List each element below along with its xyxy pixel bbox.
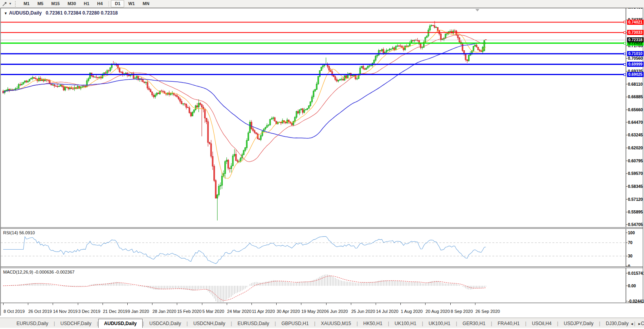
chart-title: ▼AUDUSD,Daily0.72361 0.72384 0.72280 0.7… xyxy=(4,10,118,16)
chart-ohlc-values: 0.72361 0.72384 0.72280 0.72318 xyxy=(46,10,118,16)
chart-tab-usoil-h4[interactable]: USOil,H4 xyxy=(527,320,557,328)
svg-text:70: 70 xyxy=(628,240,633,245)
time-tick xyxy=(177,303,177,305)
svg-text:0.75460: 0.75460 xyxy=(628,8,643,9)
date-label: 20 Aug 2020 xyxy=(426,309,450,314)
chart-tab-audusd-daily[interactable]: AUDUSD,Daily xyxy=(98,319,143,328)
svg-text:0.55895: 0.55895 xyxy=(628,210,643,214)
date-label: 24 Mar 2020 xyxy=(227,309,251,314)
chart-tab-usdcad-daily[interactable]: USDCAD,Daily xyxy=(144,320,187,328)
toolbar-dropdown-caret-icon[interactable]: ▼ xyxy=(9,2,12,6)
timeframe-button-m5[interactable]: M5 xyxy=(33,0,47,7)
date-label: 9 Jan 2020 xyxy=(128,309,149,314)
date-label: 26 Oct 2019 xyxy=(28,309,52,314)
chart-tab-eurusd-daily[interactable]: EURUSD,Daily xyxy=(11,320,54,328)
date-label: 11 Apr 2020 xyxy=(252,309,275,314)
svg-text:0.54705: 0.54705 xyxy=(628,222,643,227)
chart-tab-hk50-h1[interactable]: HK50,H1 xyxy=(358,320,388,328)
chart-tab-fra40-h1[interactable]: FRA40,H1 xyxy=(492,320,525,328)
price-tag-0.69999: 0.69999 xyxy=(627,62,644,67)
time-tick xyxy=(276,303,277,305)
svg-text:0.68110: 0.68110 xyxy=(628,82,643,86)
chart-tab-usdcnh-daily[interactable]: USDCNH,Daily xyxy=(188,320,231,328)
svg-text:0.65660: 0.65660 xyxy=(628,107,643,112)
chart-tab-ger30-h1[interactable]: GER30,H1 xyxy=(457,320,491,328)
panel-separator[interactable] xyxy=(1,267,643,268)
toolbar-drag-handle[interactable] xyxy=(15,1,18,7)
price-tag-0.73033: 0.73033 xyxy=(627,30,644,35)
tab-scroll-arrows[interactable]: ◄ ► xyxy=(630,322,643,326)
time-tick xyxy=(450,303,451,305)
time-tick xyxy=(400,303,401,305)
time-tick xyxy=(251,303,252,305)
time-tick xyxy=(326,303,327,305)
timeframe-button-h4[interactable]: H4 xyxy=(93,0,106,7)
date-label: 15 Feb 2020 xyxy=(177,309,202,314)
svg-text:0.62020: 0.62020 xyxy=(628,145,643,150)
rsi-panel[interactable]: 10070300 xyxy=(1,229,644,267)
chart-tab-xauusd-m15[interactable]: XAUUSD,M15 xyxy=(316,320,357,328)
svg-text:0.59570: 0.59570 xyxy=(628,171,643,176)
date-label: 3 Dec 2019 xyxy=(78,309,100,314)
chart-window[interactable]: ▼AUDUSD,Daily0.72361 0.72384 0.72280 0.7… xyxy=(0,8,643,316)
time-tick xyxy=(301,303,301,305)
chart-tab-usdjpy-daily[interactable]: USDJPY,Daily xyxy=(558,320,599,328)
date-label: 6 Jun 2020 xyxy=(327,309,348,314)
price-tag-0.69025: 0.69025 xyxy=(627,72,644,77)
top-toolbar: ▼ M1M5M15M30H1H4D1W1MN xyxy=(0,0,644,8)
time-tick xyxy=(475,303,475,305)
date-label: 26 Sep 2020 xyxy=(475,309,500,314)
panel-separator[interactable] xyxy=(1,227,643,229)
chart-tab-uk100-h1[interactable]: UK100,H1 xyxy=(389,320,422,328)
time-tick xyxy=(3,303,4,305)
svg-text:0.00: 0.00 xyxy=(628,283,636,288)
date-label: 14 Jul 2020 xyxy=(376,309,398,314)
chart-tab-eurusd-daily[interactable]: EURUSD,Daily xyxy=(232,320,275,328)
line-anchor-square[interactable] xyxy=(624,63,626,66)
timeframe-button-w1[interactable]: W1 xyxy=(124,0,139,7)
svg-text:0.66885: 0.66885 xyxy=(628,94,643,99)
time-axis[interactable]: 8 Oct 201926 Oct 201914 Nov 20193 Dec 20… xyxy=(1,303,644,316)
chart-tab-gbpusd-h1[interactable]: GBPUSD,H1 xyxy=(276,320,314,328)
timeframe-button-h1[interactable]: H1 xyxy=(80,0,93,7)
main-price-panel[interactable]: 0.754600.742350.730100.717850.705600.693… xyxy=(1,8,644,228)
timeframe-button-d1[interactable]: D1 xyxy=(111,0,124,7)
line-anchor-square[interactable] xyxy=(624,42,626,44)
chart-cursor-icon[interactable] xyxy=(1,1,9,7)
price-tag-0.74021: 0.74021 xyxy=(627,20,644,25)
chart-tab-dj30-daily[interactable]: DJ30,Daily xyxy=(600,320,634,328)
line-anchor-square[interactable] xyxy=(624,31,626,34)
svg-text:-0.024412: -0.024412 xyxy=(628,299,644,303)
date-label: 25 Jun 2020 xyxy=(351,309,375,314)
svg-text:0.64470: 0.64470 xyxy=(628,120,643,125)
time-tick xyxy=(78,303,78,305)
line-anchor-square[interactable] xyxy=(624,53,626,55)
date-label: 14 Nov 2019 xyxy=(53,309,77,314)
chart-tab-usdchf-daily[interactable]: USDCHF,Daily xyxy=(55,320,97,328)
line-anchor-square[interactable] xyxy=(624,21,626,23)
date-label: 8 Sep 2020 xyxy=(451,309,473,314)
time-tick xyxy=(127,303,128,305)
svg-text:0.58345: 0.58345 xyxy=(628,184,643,189)
svg-text:0.60795: 0.60795 xyxy=(628,158,643,163)
chart-tab-uk100-h1[interactable]: UK100,H1 xyxy=(423,320,456,328)
date-label: 30 Apr 2020 xyxy=(277,309,300,314)
svg-text:100: 100 xyxy=(628,230,635,235)
timeframe-button-m15[interactable]: M15 xyxy=(47,0,63,7)
time-tick xyxy=(103,303,103,305)
time-tick xyxy=(202,303,202,305)
timeframe-button-m1[interactable]: M1 xyxy=(20,0,33,7)
line-anchor-square[interactable] xyxy=(624,74,626,76)
time-tick xyxy=(53,303,53,305)
price-tag-0.71010: 0.71010 xyxy=(627,51,644,56)
timeframe-button-mn[interactable]: MN xyxy=(139,0,153,7)
date-label: 1 Aug 2020 xyxy=(401,309,423,314)
timeframe-button-m30[interactable]: M30 xyxy=(64,0,80,7)
collapse-triangle-icon[interactable]: ▼ xyxy=(4,11,7,15)
date-label: 5 Mar 2020 xyxy=(202,309,224,314)
time-tick xyxy=(351,303,351,305)
timeframe-buttons: M1M5M15M30H1H4D1W1MN xyxy=(20,0,153,7)
time-tick xyxy=(227,303,227,305)
macd-panel[interactable]: 0.0157410.00-0.024412 xyxy=(1,268,644,303)
price-tag-0.72318: 0.72318 xyxy=(627,37,644,42)
